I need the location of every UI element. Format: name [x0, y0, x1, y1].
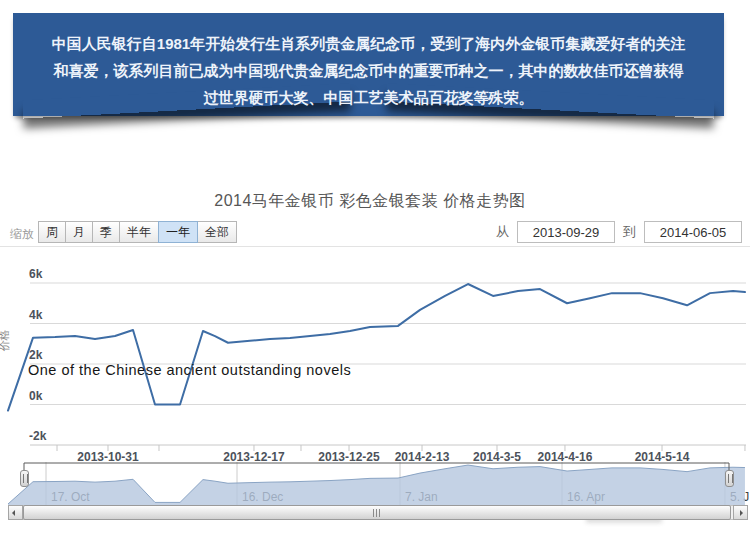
navigator-outline	[24, 463, 729, 478]
scrollbar-thumb[interactable]	[23, 505, 731, 520]
scrollbar-left-arrow[interactable]	[8, 505, 23, 520]
navigator-area	[8, 465, 745, 505]
y-tick-label: -2k	[29, 429, 47, 443]
range-button-一年[interactable]: 一年	[158, 221, 198, 243]
y-tick-label: 4k	[29, 308, 43, 322]
price-line	[8, 284, 745, 411]
x-tick-label: 2014-2-13	[395, 450, 450, 464]
y-tick-label: 6k	[29, 267, 43, 281]
navigator-area-line	[8, 465, 745, 504]
range-button-季[interactable]: 季	[92, 221, 120, 243]
coin-price-page: 中国人民银行自1981年开始发行生肖系列贵金属纪念币，受到了海内外金银币集藏爱好…	[0, 0, 750, 553]
chart-title: 2014马年金银币 彩色金银套装 价格走势图	[0, 191, 740, 212]
x-tick-label: 2013-12-25	[318, 450, 380, 464]
range-button-月[interactable]: 月	[65, 221, 93, 243]
navigator-tick-label: 16. Apr	[567, 490, 605, 504]
from-date-input[interactable]	[517, 221, 615, 243]
range-button-半年[interactable]: 半年	[119, 221, 159, 243]
range-selector-buttons: 周月季半年一年全部	[38, 221, 236, 243]
navigator-tick-label: 7. Jan	[405, 490, 438, 504]
range-button-全部[interactable]: 全部	[197, 221, 237, 243]
zoom-label: 缩放	[10, 226, 34, 243]
range-button-周[interactable]: 周	[38, 221, 66, 243]
scrollbar-right-arrow[interactable]	[733, 505, 748, 520]
x-tick-label: 2014-3-5	[473, 450, 521, 464]
navigator-left-handle[interactable]	[20, 470, 29, 487]
from-label: 从	[496, 223, 509, 241]
header-divider	[0, 246, 750, 247]
x-tick-label: 2013-10-31	[77, 450, 139, 464]
x-tick-label: 2013-12-17	[223, 450, 285, 464]
date-range-controls: 从 到	[496, 221, 742, 243]
navigator-tick-label: 17. Oct	[51, 490, 90, 504]
navigator-right-handle[interactable]	[725, 470, 734, 487]
intro-banner-text: 中国人民银行自1981年开始发行生肖系列贵金属纪念币，受到了海内外金银币集藏爱好…	[13, 13, 724, 111]
to-date-input[interactable]	[644, 221, 742, 243]
y-tick-label: 0k	[29, 389, 43, 403]
navigator-tick-label: 16. Dec	[242, 490, 283, 504]
to-label: 到	[623, 223, 636, 241]
y-tick-label: 2k	[29, 348, 43, 362]
yaxis-title: 价格	[0, 330, 12, 352]
intro-banner: 中国人民银行自1981年开始发行生肖系列贵金属纪念币，受到了海内外金银币集藏爱好…	[13, 13, 724, 116]
chart-annotation: One of the Chinese ancient outstanding n…	[28, 362, 351, 378]
x-tick-label: 2014-5-14	[635, 450, 690, 464]
x-tick-label: 2014-4-16	[538, 450, 593, 464]
navigator-tick-label: 5. J	[730, 490, 749, 504]
